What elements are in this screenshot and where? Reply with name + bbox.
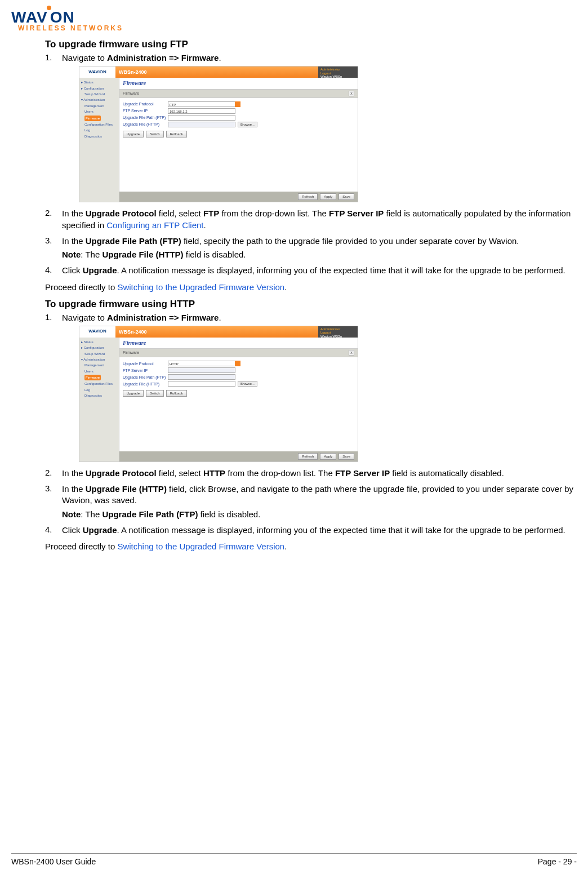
switch-button[interactable]: Switch xyxy=(146,390,164,397)
txt: . xyxy=(204,220,206,230)
shot-brand: WAViON xyxy=(79,326,115,338)
step-number: 1. xyxy=(45,52,62,62)
file-http-input[interactable] xyxy=(168,381,235,387)
txt: . A notification message is displayed, i… xyxy=(117,525,565,535)
txt: from the drop-down list. The xyxy=(219,208,329,218)
shot-nav: ▸ Status ▸ Configuration Setup Wizard ▾ … xyxy=(79,338,119,462)
panel-title: Firmware xyxy=(123,91,139,96)
txt: field, select xyxy=(157,208,203,218)
nav-item[interactable]: Configuration xyxy=(84,346,104,349)
shot-device-title: WBSn-2400 xyxy=(115,326,318,338)
nav-item[interactable]: Administration xyxy=(83,98,105,101)
proceed-line: Proceed directly to Switching to the Upg… xyxy=(45,282,577,292)
dropdown-arrow-icon[interactable] xyxy=(235,101,240,107)
label-file-http: Upgrade File (HTTP) xyxy=(123,122,168,127)
ip-input[interactable]: 192.168.1.2 xyxy=(168,108,235,114)
txt: field, select xyxy=(157,468,203,478)
upgrade-button[interactable]: Upgrade xyxy=(123,131,144,137)
nav-item[interactable]: Users xyxy=(81,109,117,114)
upgrade-button[interactable]: Upgrade xyxy=(123,390,144,397)
nav-item[interactable]: Status xyxy=(84,81,93,84)
txt: Upgrade xyxy=(83,265,117,275)
txt: field is automatically disabled. xyxy=(390,468,504,478)
firmware-http-screenshot: WAViON WBSn-2400 Administrator Logout Wa… xyxy=(79,326,358,462)
proceed-line: Proceed directly to Switching to the Upg… xyxy=(45,542,577,551)
txt: In the xyxy=(62,484,86,494)
txt: Logout xyxy=(320,72,355,76)
nav-item[interactable]: Log xyxy=(81,127,117,133)
refresh-button[interactable]: Refresh xyxy=(298,193,318,200)
footer-doc-title: WBSn-2400 User Guide xyxy=(11,857,96,866)
nav-item-selected[interactable]: Firmware xyxy=(84,375,101,380)
txt: Logout xyxy=(320,331,355,335)
nav-item[interactable]: Configuration Files xyxy=(81,381,117,387)
path-ftp-input[interactable] xyxy=(168,115,235,121)
txt: Click xyxy=(62,525,83,535)
nav-item[interactable]: Configuration Files xyxy=(81,122,117,127)
nav-item[interactable]: Configuration xyxy=(84,87,104,90)
save-button[interactable]: Save xyxy=(338,453,354,460)
collapse-icon[interactable]: x xyxy=(349,91,354,96)
browse-button[interactable]: Browse... xyxy=(238,381,257,387)
rollback-button[interactable]: Rollback xyxy=(166,390,187,397)
browse-button: Browse... xyxy=(238,122,257,127)
nav-item[interactable]: Setup Wizard xyxy=(81,351,117,357)
label-path-ftp: Upgrade File Path (FTP) xyxy=(123,375,168,380)
proto-dropdown[interactable]: HTTP xyxy=(168,361,235,366)
link-switch-firmware[interactable]: Switching to the Upgraded Firmware Versi… xyxy=(117,282,284,292)
link-switch-firmware[interactable]: Switching to the Upgraded Firmware Versi… xyxy=(117,542,284,551)
dropdown-arrow-icon[interactable] xyxy=(235,361,240,366)
txt: FTP Server IP xyxy=(335,468,390,478)
txt: Upgrade File (HTTP) xyxy=(102,250,183,259)
refresh-button[interactable]: Refresh xyxy=(298,453,318,460)
link-ftp-client[interactable]: Configuring an FTP Client xyxy=(106,220,203,230)
txt: In the xyxy=(62,236,86,246)
nav-item[interactable]: Users xyxy=(81,369,117,374)
nav-item[interactable]: Status xyxy=(84,340,93,344)
step-number: 2. xyxy=(45,468,62,477)
nav-item[interactable]: Log xyxy=(81,387,117,393)
shot-breadcrumb: Firmware xyxy=(119,78,358,89)
note-label: Note xyxy=(62,250,81,259)
proto-dropdown[interactable]: FTP xyxy=(168,101,235,107)
txt: HTTP xyxy=(203,468,225,478)
txt: Upgrade Protocol xyxy=(86,468,157,478)
switch-button[interactable]: Switch xyxy=(146,131,164,137)
txt: Proceed directly to xyxy=(45,542,117,551)
nav-item-selected[interactable]: Firmware xyxy=(84,116,101,121)
step-number: 1. xyxy=(45,312,62,322)
shot-nav: ▸ Status ▸ Configuration Setup Wizard ▾ … xyxy=(79,78,119,202)
txt: field is disabled. xyxy=(198,509,260,519)
firmware-ftp-screenshot: WAViON WBSn-2400 Administrator Logout Wa… xyxy=(79,66,358,202)
nav-item[interactable]: Diagnostics xyxy=(81,134,117,139)
step-number: 3. xyxy=(45,236,62,245)
shot-brand: WAViON xyxy=(79,66,115,78)
brand-tagline: WIRELESS NETWORKS xyxy=(18,24,577,32)
shot-breadcrumb: Firmware xyxy=(119,338,358,349)
nav-item[interactable]: Management xyxy=(81,103,117,109)
shot-device-title: WBSn-2400 xyxy=(115,66,318,78)
nav-item[interactable]: Administration xyxy=(83,358,105,361)
apply-button[interactable]: Apply xyxy=(320,193,336,200)
footer-page-number: Page - 29 - xyxy=(538,857,577,866)
save-button[interactable]: Save xyxy=(338,193,354,200)
txt: field is disabled. xyxy=(184,250,246,259)
txt: from the drop-down list. The xyxy=(225,468,335,478)
txt: FTP xyxy=(203,208,219,218)
step-number: 4. xyxy=(45,265,62,274)
step-body: Navigate to Administration => Firmware. … xyxy=(62,52,577,206)
apply-button[interactable]: Apply xyxy=(320,453,336,460)
step-body: In the Upgrade Protocol field, select HT… xyxy=(62,468,577,481)
note-label: Note xyxy=(62,509,81,519)
nav-item[interactable]: Management xyxy=(81,362,117,368)
ftp-heading: To upgrade firmware using FTP xyxy=(45,39,577,50)
nav-item[interactable]: Setup Wizard xyxy=(81,91,117,97)
rollback-button[interactable]: Rollback xyxy=(166,131,187,137)
step-body: In the Upgrade Protocol field, select FT… xyxy=(62,208,577,233)
txt: Navigate to xyxy=(62,313,107,322)
step-body: Click Upgrade. A notification message is… xyxy=(62,265,577,278)
txt: Administrator xyxy=(320,327,355,331)
nav-item[interactable]: Diagnostics xyxy=(81,393,117,398)
collapse-icon[interactable]: x xyxy=(349,350,354,356)
txt: . xyxy=(284,282,287,292)
